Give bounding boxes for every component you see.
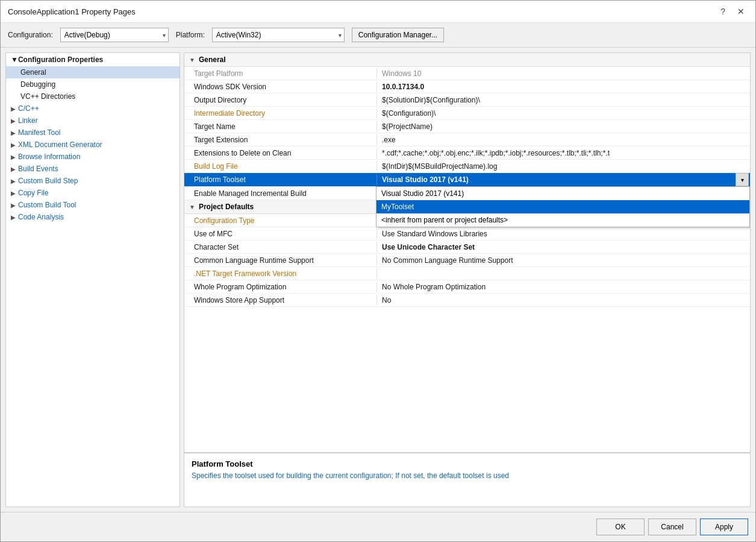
sidebar-item-cpp[interactable]: ▶ C/C++ [6, 102, 180, 115]
prop-value-target-name: $(ProjectName) [377, 121, 750, 132]
prop-name-windows-store: Windows Store App Support [184, 295, 377, 306]
prop-row-windows-store[interactable]: Windows Store App Support No [184, 294, 750, 307]
sidebar-item-vc-directories[interactable]: VC++ Directories [6, 90, 180, 102]
prop-row-extensions-delete[interactable]: Extensions to Delete on Clean *.cdf;*.ca… [184, 147, 750, 160]
info-panel-title: Platform Toolset [192, 459, 743, 468]
prop-row-whole-program[interactable]: Whole Program Optimization No Whole Prog… [184, 280, 750, 294]
prop-value-intermediate-dir: $(Configuration)\ [377, 108, 750, 119]
info-panel-description: Specifies the toolset used for building … [192, 471, 743, 481]
general-section-header: ▼ General [184, 53, 750, 67]
build-events-expand-arrow: ▶ [11, 166, 16, 172]
prop-value-build-log: $(IntDir)$(MSBuildProjectName).log [377, 161, 750, 172]
apply-button[interactable]: Apply [700, 518, 748, 535]
custom-build-tool-expand-arrow: ▶ [11, 202, 16, 209]
prop-name-whole-program: Whole Program Optimization [184, 282, 377, 292]
sidebar-item-linker[interactable]: ▶ Linker [6, 115, 180, 127]
prop-value-windows-sdk: 10.0.17134.0 [377, 81, 750, 92]
prop-value-whole-program: No Whole Program Optimization [377, 282, 750, 292]
prop-row-output-dir[interactable]: Output Directory $(SolutionDir)$(Configu… [184, 93, 750, 107]
prop-value-net-version [377, 273, 750, 275]
dropdown-option-inherit[interactable]: <inherit from parent or project defaults… [376, 213, 749, 227]
prop-row-platform-toolset[interactable]: Platform Toolset Visual Studio 2017 (v14… [184, 173, 750, 187]
dropdown-option-mytoolset[interactable]: MyToolset [376, 200, 749, 213]
prop-row-character-set[interactable]: Character Set Use Unicode Character Set [184, 241, 750, 254]
linker-expand-arrow: ▶ [11, 118, 16, 124]
sidebar-item-custom-build-step[interactable]: ▶ Custom Build Step [6, 175, 180, 187]
config-manager-button[interactable]: Configuration Manager... [352, 28, 444, 42]
prop-name-enable-managed: Enable Managed Incremental Build [184, 188, 377, 199]
help-button[interactable]: ? [717, 5, 729, 17]
custom-build-step-expand-arrow: ▶ [11, 178, 16, 184]
sidebar-item-copy-file[interactable]: ▶ Copy File [6, 187, 180, 199]
prop-name-extensions-delete: Extensions to Delete on Clean [184, 148, 377, 159]
prop-row-target-platform: Target Platform Windows 10 [184, 67, 750, 80]
prop-value-platform-toolset: Visual Studio 2017 (v141) [377, 174, 736, 185]
sidebar-item-browse-info[interactable]: ▶ Browse Information [6, 151, 180, 163]
general-section-arrow: ▼ [189, 57, 195, 63]
sidebar-item-xml-doc[interactable]: ▶ XML Document Generator [6, 139, 180, 151]
prop-value-clr-support: No Common Language Runtime Support [377, 255, 750, 266]
title-bar: ConsoleApplication1 Property Pages ? ✕ [1, 1, 755, 23]
ok-button[interactable]: OK [596, 518, 645, 535]
close-button[interactable]: ✕ [734, 5, 748, 17]
project-defaults-section-arrow: ▼ [189, 204, 195, 210]
prop-row-intermediate-dir[interactable]: Intermediate Directory $(Configuration)\ [184, 107, 750, 120]
sidebar-root-header: ▼ Configuration Properties [6, 53, 180, 66]
platform-label: Platform: [176, 31, 205, 39]
sidebar-item-general[interactable]: General [6, 66, 180, 78]
prop-name-windows-sdk: Windows SDK Version [184, 81, 377, 92]
window-title: ConsoleApplication1 Property Pages [8, 7, 136, 16]
prop-value-platform-toolset-container: Visual Studio 2017 (v141) ▾ [377, 173, 750, 186]
prop-row-clr-support[interactable]: Common Language Runtime Support No Commo… [184, 254, 750, 267]
prop-value-character-set: Use Unicode Character Set [377, 242, 750, 253]
sidebar-item-code-analysis[interactable]: ▶ Code Analysis [6, 211, 180, 223]
prop-name-platform-toolset: Platform Toolset [184, 174, 377, 185]
prop-value-output-dir: $(SolutionDir)$(Configuration)\ [377, 95, 750, 106]
browse-expand-arrow: ▶ [11, 154, 16, 160]
prop-row-use-mfc[interactable]: Use of MFC Use Standard Windows Librarie… [184, 227, 750, 241]
xml-expand-arrow: ▶ [11, 142, 16, 148]
main-content: ▼ Configuration Properties General Debug… [1, 48, 755, 512]
sidebar-item-build-events[interactable]: ▶ Build Events [6, 163, 180, 175]
sidebar-item-custom-build-tool[interactable]: ▶ Custom Build Tool [6, 199, 180, 211]
prop-name-clr-support: Common Language Runtime Support [184, 255, 377, 266]
root-collapse-arrow: ▼ [11, 55, 18, 64]
title-bar-controls: ? ✕ [717, 5, 748, 17]
sidebar: ▼ Configuration Properties General Debug… [5, 52, 180, 507]
prop-value-windows-store: No [377, 295, 750, 306]
bottom-buttons: OK Cancel Apply [1, 512, 755, 541]
cancel-button[interactable]: Cancel [648, 518, 696, 535]
code-analysis-expand-arrow: ▶ [11, 214, 16, 221]
config-dropdown[interactable]: Active(Debug) ▾ [60, 28, 169, 42]
info-panel: Platform Toolset Specifies the toolset u… [184, 452, 750, 506]
prop-value-use-mfc: Use Standard Windows Libraries [377, 228, 750, 239]
sidebar-item-manifest-tool[interactable]: ▶ Manifest Tool [6, 127, 180, 139]
platform-dropdown[interactable]: Active(Win32) ▾ [212, 28, 345, 42]
sidebar-item-debugging[interactable]: Debugging [6, 78, 180, 90]
prop-row-target-name[interactable]: Target Name $(ProjectName) [184, 120, 750, 133]
prop-name-net-version: .NET Target Framework Version [184, 268, 377, 279]
prop-row-target-extension[interactable]: Target Extension .exe [184, 133, 750, 147]
cpp-expand-arrow: ▶ [11, 106, 16, 112]
prop-row-build-log[interactable]: Build Log File $(IntDir)$(MSBuildProject… [184, 160, 750, 173]
prop-name-target-name: Target Name [184, 121, 377, 132]
prop-name-use-mfc: Use of MFC [184, 228, 377, 239]
property-pages-window: ConsoleApplication1 Property Pages ? ✕ C… [0, 0, 756, 542]
prop-name-output-dir: Output Directory [184, 95, 377, 106]
manifest-expand-arrow: ▶ [11, 130, 16, 136]
prop-name-target-extension: Target Extension [184, 134, 377, 145]
prop-value-target-extension: .exe [377, 134, 750, 145]
right-panel: ▼ General Target Platform Windows 10 Win… [184, 52, 751, 507]
platform-toolset-dropdown-btn[interactable]: ▾ [736, 173, 749, 186]
prop-name-target-platform: Target Platform [184, 68, 377, 79]
prop-row-windows-sdk: Windows SDK Version 10.0.17134.0 [184, 80, 750, 93]
toolbar: Configuration: Active(Debug) ▾ Platform:… [1, 23, 755, 48]
prop-row-net-version[interactable]: .NET Target Framework Version [184, 267, 750, 280]
prop-name-character-set: Character Set [184, 242, 377, 253]
config-dropdown-arrow: ▾ [163, 32, 166, 39]
dropdown-option-vs2017[interactable]: Visual Studio 2017 (v141) [376, 187, 749, 200]
copy-file-expand-arrow: ▶ [11, 190, 16, 197]
platform-dropdown-arrow: ▾ [339, 32, 342, 39]
prop-name-config-type: Configuration Type [184, 215, 377, 226]
prop-name-intermediate-dir: Intermediate Directory [184, 108, 377, 119]
